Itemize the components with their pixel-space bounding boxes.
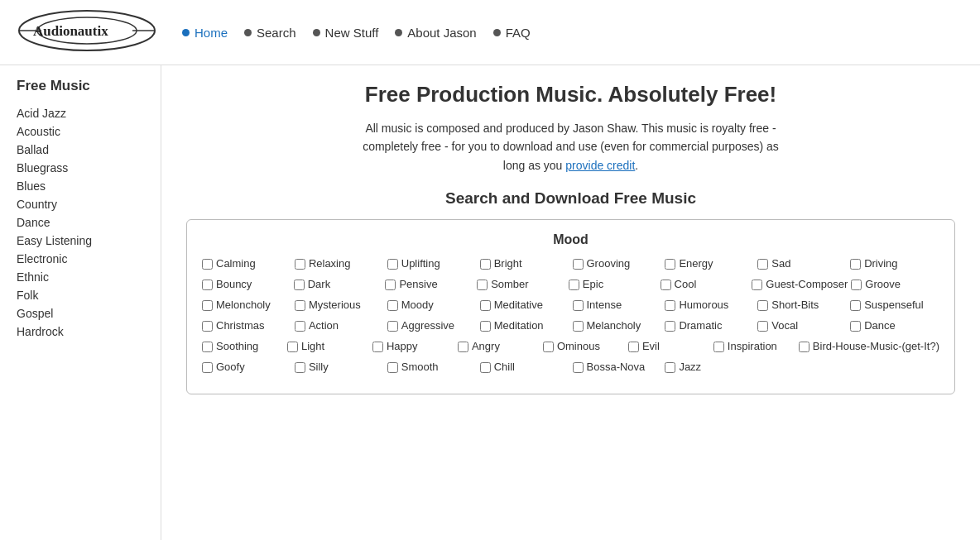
mood-checkbox-epic[interactable] [569, 280, 579, 290]
sidebar-item-blues[interactable]: Blues [17, 177, 148, 195]
mood-checkbox-mysterious[interactable] [295, 300, 305, 311]
mood-checkbox-dramatic[interactable] [665, 321, 675, 332]
mood-checkbox-bright[interactable] [480, 259, 491, 270]
mood-label-text[interactable]: Smooth [401, 361, 439, 375]
mood-checkbox-sad[interactable] [757, 259, 768, 270]
mood-label-text[interactable]: Meloncholy [216, 299, 271, 313]
mood-checkbox-christmas[interactable] [202, 321, 213, 332]
mood-checkbox-meloncholy[interactable] [202, 300, 213, 311]
mood-label-text[interactable]: Goofy [216, 361, 245, 375]
mood-checkbox-somber[interactable] [477, 280, 488, 290]
mood-label-text[interactable]: Bright [494, 257, 522, 271]
mood-checkbox-short-bits[interactable] [757, 300, 768, 311]
mood-checkbox-moody[interactable] [387, 300, 398, 311]
mood-label-text[interactable]: Vocal [771, 319, 798, 333]
nav-item-new-stuff[interactable]: New Stuff [313, 26, 379, 40]
mood-checkbox-cool[interactable] [661, 280, 671, 290]
mood-checkbox-groove[interactable] [851, 280, 862, 290]
mood-checkbox-suspenseful[interactable] [850, 300, 861, 311]
mood-label-text[interactable]: Christmas [216, 319, 265, 333]
mood-label-text[interactable]: Happy [387, 340, 418, 354]
mood-checkbox-smooth[interactable] [387, 362, 398, 373]
mood-label-text[interactable]: Meditative [494, 299, 543, 313]
mood-checkbox-calming[interactable] [202, 259, 213, 270]
mood-label-text[interactable]: Driving [864, 257, 897, 271]
mood-checkbox-inspiration[interactable] [713, 342, 724, 352]
mood-checkbox-pensive[interactable] [385, 280, 396, 290]
mood-checkbox-uplifting[interactable] [387, 259, 398, 270]
mood-checkbox-grooving[interactable] [573, 259, 584, 270]
mood-checkbox-chill[interactable] [480, 362, 491, 373]
mood-checkbox-dark[interactable] [294, 280, 305, 290]
mood-checkbox-angry[interactable] [458, 342, 468, 352]
mood-checkbox-ominous[interactable] [543, 342, 554, 352]
mood-label-text[interactable]: Bossa-Nova [587, 361, 646, 375]
mood-label-text[interactable]: Chill [494, 361, 515, 375]
mood-checkbox-bird-house-music-(get-it?)[interactable] [799, 342, 809, 352]
mood-checkbox-evil[interactable] [628, 342, 639, 352]
mood-label-text[interactable]: Uplifting [401, 257, 440, 271]
nav-item-search[interactable]: Search [244, 26, 296, 40]
mood-checkbox-guest-composer[interactable] [752, 280, 762, 290]
mood-label-text[interactable]: Humorous [679, 299, 728, 313]
nav-item-home[interactable]: Home [182, 26, 228, 40]
mood-label-text[interactable]: Ominous [557, 340, 600, 354]
mood-label-text[interactable]: Pensive [399, 278, 437, 292]
provide-credit-link[interactable]: provide credit [565, 159, 635, 172]
mood-label-text[interactable]: Relaxing [309, 257, 351, 271]
mood-checkbox-relaxing[interactable] [295, 259, 305, 270]
logo-area[interactable]: Audionautix [17, 8, 166, 56]
sidebar-item-easy-listening[interactable]: Easy Listening [17, 232, 148, 250]
mood-checkbox-soothing[interactable] [202, 342, 213, 352]
mood-checkbox-happy[interactable] [372, 342, 383, 352]
sidebar-item-ethnic[interactable]: Ethnic [17, 268, 148, 286]
sidebar-item-gospel[interactable]: Gospel [17, 304, 148, 323]
mood-label-text[interactable]: Light [301, 340, 324, 354]
sidebar-item-dance[interactable]: Dance [17, 213, 148, 232]
mood-label-text[interactable]: Action [309, 319, 339, 333]
sidebar-item-acoustic[interactable]: Acoustic [17, 122, 148, 141]
nav-item-faq[interactable]: FAQ [493, 26, 531, 40]
mood-label-text[interactable]: Inspiration [728, 340, 777, 354]
mood-label-text[interactable]: Angry [472, 340, 500, 354]
mood-checkbox-melancholy[interactable] [573, 321, 584, 332]
mood-label-text[interactable]: Intense [587, 299, 622, 313]
mood-label-text[interactable]: Dark [308, 278, 330, 292]
mood-label-text[interactable]: Meditation [494, 319, 544, 333]
nav-item-about-jason[interactable]: About Jason [395, 26, 476, 40]
sidebar-item-electronic[interactable]: Electronic [17, 250, 148, 268]
mood-label-text[interactable]: Melancholy [587, 319, 641, 333]
mood-label-text[interactable]: Cool [675, 278, 697, 292]
mood-label-text[interactable]: Dramatic [679, 319, 722, 333]
mood-label-text[interactable]: Evil [642, 340, 660, 354]
mood-checkbox-intense[interactable] [573, 300, 584, 311]
mood-checkbox-silly[interactable] [295, 362, 305, 373]
mood-label-text[interactable]: Mysterious [309, 299, 361, 313]
mood-label-text[interactable]: Aggressive [401, 319, 454, 333]
mood-checkbox-driving[interactable] [850, 259, 861, 270]
mood-checkbox-goofy[interactable] [202, 362, 213, 373]
mood-label-text[interactable]: Calming [216, 257, 256, 271]
mood-label-text[interactable]: Bouncy [216, 278, 252, 292]
mood-label-text[interactable]: Sad [771, 257, 790, 271]
mood-checkbox-light[interactable] [287, 342, 298, 352]
mood-label-text[interactable]: Somber [491, 278, 529, 292]
mood-checkbox-vocal[interactable] [757, 321, 768, 332]
mood-label-text[interactable]: Epic [583, 278, 603, 292]
mood-label-text[interactable]: Groove [865, 278, 901, 292]
mood-label-text[interactable]: Energy [679, 257, 713, 271]
mood-label-text[interactable]: Soothing [216, 340, 258, 354]
mood-label-text[interactable]: Moody [401, 299, 434, 313]
sidebar-item-hardrock[interactable]: Hardrock [17, 323, 148, 341]
mood-checkbox-aggressive[interactable] [387, 321, 398, 332]
mood-checkbox-bossa-nova[interactable] [573, 362, 584, 373]
mood-checkbox-jazz[interactable] [665, 362, 675, 373]
sidebar-item-folk[interactable]: Folk [17, 286, 148, 304]
mood-label-text[interactable]: Suspenseful [864, 299, 924, 313]
mood-checkbox-action[interactable] [295, 321, 305, 332]
mood-label-text[interactable]: Silly [309, 361, 329, 375]
mood-checkbox-bouncy[interactable] [202, 280, 213, 290]
mood-checkbox-meditation[interactable] [480, 321, 491, 332]
mood-checkbox-meditative[interactable] [480, 300, 491, 311]
sidebar-item-ballad[interactable]: Ballad [17, 141, 148, 159]
